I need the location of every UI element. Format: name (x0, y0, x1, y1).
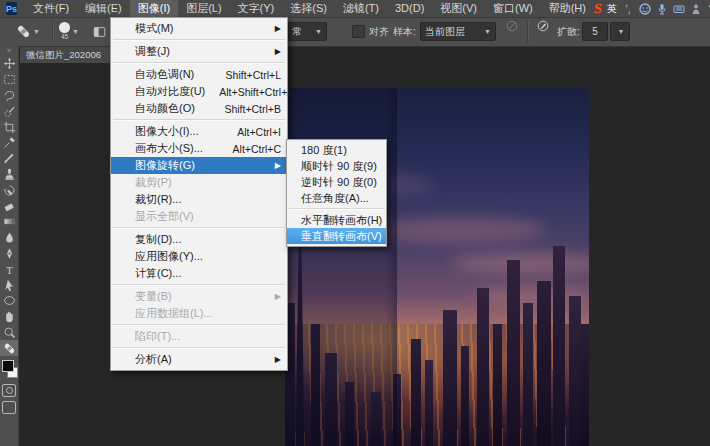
gradient-tool-icon[interactable] (0, 214, 18, 230)
menu-item-5[interactable]: 水平翻转画布(H) (287, 212, 386, 228)
menu-separator (113, 324, 285, 326)
ime-language-toggle[interactable]: 英 (607, 2, 617, 16)
menu-item-4[interactable]: 自动对比度(U)Alt+Shift+Ctrl+L (111, 83, 287, 100)
menu-items: 文件(F)编辑(E)图像(I)图层(L)文字(Y)选择(S)滤镜(T)3D(D)… (25, 0, 594, 17)
aligned-label: 对齐 (369, 25, 389, 39)
toggle-brush-panel-button[interactable] (92, 17, 107, 46)
ignore-adjustment-layers-button[interactable] (503, 17, 521, 35)
menu-item-7[interactable]: 画布大小(S)...Alt+Ctrl+C (111, 140, 287, 157)
microphone-icon[interactable] (656, 3, 668, 15)
menu-item-1[interactable]: 模式(M)▶ (111, 20, 287, 37)
menubar-item-8[interactable]: 3D(D) (387, 0, 432, 17)
menu-item-14[interactable]: 计算(C)... (111, 265, 287, 282)
tool-preset-button[interactable]: ▼ (16, 17, 40, 46)
menubar-item-2[interactable]: 编辑(E) (77, 0, 130, 17)
brush-preview: 45 (59, 22, 70, 41)
menu-item-9[interactable]: 裁剪(P) (111, 174, 287, 191)
adjustment-ignore-icon (505, 19, 519, 33)
menubar-item-1[interactable]: 文件(F) (25, 0, 77, 17)
marquee-tool-icon[interactable] (0, 72, 18, 88)
menu-item-2[interactable]: 顺时针 90 度(9) (287, 158, 386, 174)
menu-item-label: 显示全部(V) (135, 209, 194, 224)
divider (52, 21, 54, 42)
lasso-tool-icon[interactable] (0, 88, 18, 104)
brush-tip-icon (59, 22, 70, 33)
menu-item-10[interactable]: 裁切(R)... (111, 191, 287, 208)
menu-item-2[interactable]: 调整(J)▶ (111, 43, 287, 60)
blur-tool-icon[interactable] (0, 230, 18, 246)
chevron-down-icon: ▼ (33, 28, 40, 35)
quick-mask-button[interactable] (2, 384, 16, 397)
document-tab[interactable]: 微信图片_202006 (20, 46, 119, 63)
menubar-item-6[interactable]: 选择(S) (282, 0, 335, 17)
menu-item-4[interactable]: 任意角度(A)... (287, 190, 386, 206)
brush-tool-icon[interactable] (0, 151, 18, 167)
menu-item-15[interactable]: 变量(B)▶ (111, 288, 287, 305)
collapse-panel-icon[interactable]: » (0, 46, 18, 56)
photo-tower (581, 324, 589, 446)
eyedropper-tool-icon[interactable] (0, 135, 18, 151)
hand-tool-icon[interactable] (0, 309, 18, 325)
menu-item-label: 复制(D)... (135, 232, 181, 247)
menu-item-5[interactable]: 自动颜色(O)Shift+Ctrl+B (111, 100, 287, 117)
menu-item-label: 任意角度(A)... (301, 191, 369, 206)
menu-item-shortcut: Alt+Ctrl+C (219, 143, 281, 155)
type-tool-icon[interactable]: T (0, 261, 18, 277)
menu-item-8[interactable]: 图像旋转(G)▶ (111, 157, 287, 174)
screen-mode-button[interactable] (2, 401, 16, 414)
foreground-color-swatch[interactable] (2, 360, 14, 372)
path-select-tool-icon[interactable] (0, 277, 18, 293)
ime-tray: S 英 ’, (594, 1, 710, 17)
menu-item-18[interactable]: 分析(A)▶ (111, 351, 287, 368)
diffusion-label: 扩散: (557, 25, 580, 39)
pen-pressure-icon (536, 19, 550, 33)
menu-separator (113, 227, 285, 229)
aligned-checkbox[interactable] (352, 25, 365, 38)
history-brush-tool-icon[interactable] (0, 182, 18, 198)
sogou-logo-icon[interactable]: S (593, 1, 603, 17)
menu-item-label: 180 度(1) (301, 143, 347, 158)
menu-item-3[interactable]: 逆时针 90 度(0) (287, 174, 386, 190)
punctuation-icon[interactable]: ’, (622, 3, 634, 15)
menu-item-1[interactable]: 180 度(1) (287, 142, 386, 158)
menu-item-6[interactable]: 垂直翻转画布(V) (287, 228, 386, 244)
brush-preset-picker[interactable]: 45 ▼ (59, 17, 79, 46)
menu-item-label: 陷印(T)... (135, 329, 180, 344)
menu-item-12[interactable]: 复制(D)... (111, 231, 287, 248)
menu-item-17[interactable]: 陷印(T)... (111, 328, 287, 345)
zoom-tool-icon[interactable] (0, 325, 18, 341)
diffusion-dropdown[interactable]: 5 ▼ (582, 17, 630, 46)
shape-tool-icon[interactable] (0, 293, 18, 309)
move-tool-icon[interactable] (0, 56, 18, 72)
menubar-item-11[interactable]: 帮助(H) (541, 0, 594, 17)
person-icon[interactable] (690, 3, 702, 15)
pen-pressure-button[interactable] (534, 17, 552, 35)
quick-select-tool-icon[interactable] (0, 103, 18, 119)
submenu-arrow-icon: ▶ (275, 292, 281, 301)
mode-dropdown[interactable]: 常 ▼ (287, 17, 327, 46)
menu-item-13[interactable]: 应用图像(Y)... (111, 248, 287, 265)
menubar-item-10[interactable]: 窗口(W) (485, 0, 541, 17)
menu-item-16[interactable]: 应用数据组(L)... (111, 305, 287, 322)
pen-tool-icon[interactable] (0, 246, 18, 262)
menubar-item-4[interactable]: 图层(L) (178, 0, 229, 17)
color-swatches[interactable] (0, 358, 18, 380)
photoshop-logo-icon: Ps (6, 2, 17, 15)
healing-brush-tool-icon[interactable] (0, 340, 18, 356)
svg-text:T: T (6, 264, 13, 275)
menubar-item-7[interactable]: 滤镜(T) (335, 0, 387, 17)
menubar-item-5[interactable]: 文字(Y) (230, 0, 283, 17)
menubar-item-9[interactable]: 视图(V) (432, 0, 485, 17)
keyboard-icon[interactable] (673, 3, 685, 15)
photo-tower (477, 288, 489, 446)
menu-item-3[interactable]: 自动色调(N)Shift+Ctrl+L (111, 66, 287, 83)
sample-dropdown[interactable]: 当前图层 ▼ (420, 17, 496, 46)
clone-stamp-tool-icon[interactable] (0, 167, 18, 183)
menu-item-11[interactable]: 显示全部(V) (111, 208, 287, 225)
eraser-tool-icon[interactable] (0, 198, 18, 214)
chevron-down-icon: ▼ (484, 28, 491, 35)
menu-item-6[interactable]: 图像大小(I)...Alt+Ctrl+I (111, 123, 287, 140)
menubar-item-3[interactable]: 图像(I) (130, 0, 178, 17)
emoji-icon[interactable] (639, 3, 651, 15)
crop-tool-icon[interactable] (0, 119, 18, 135)
